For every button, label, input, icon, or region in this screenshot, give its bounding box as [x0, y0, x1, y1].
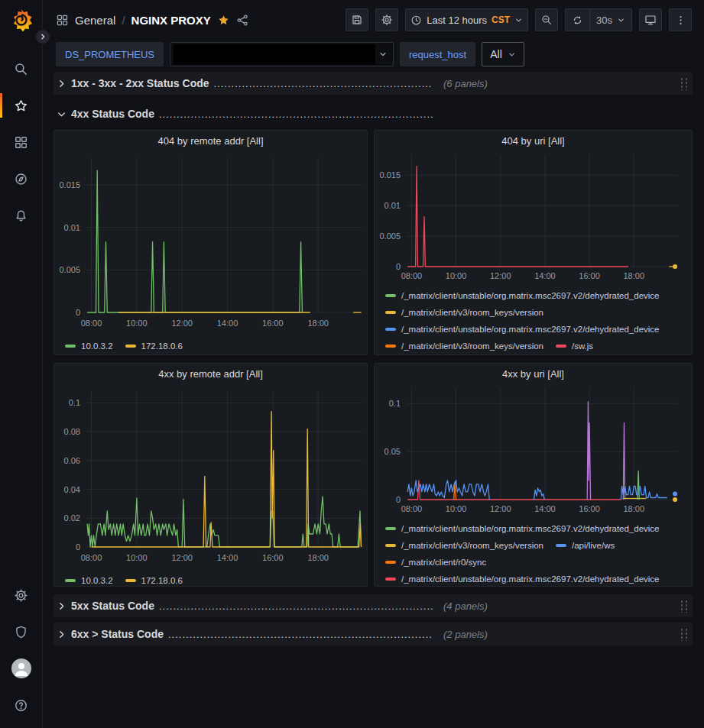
sidebar-item-starred[interactable]	[0, 87, 42, 124]
legend-item[interactable]: /_matrix/client/r0/sync	[385, 554, 486, 571]
svg-text:0.01: 0.01	[384, 201, 401, 210]
variable-label-ds-prometheus[interactable]: DS_PROMETHEUS	[56, 42, 164, 66]
variable-ds-value-select[interactable]	[170, 42, 394, 66]
svg-text:08:00: 08:00	[81, 553, 102, 562]
legend-label: /_matrix/client/unstable/org.matrix.msc2…	[401, 524, 660, 533]
timeseries-chart[interactable]: 08:0010:0012:0014:0016:0018:0000.050.1	[375, 383, 688, 519]
panel-title[interactable]: 4xx by remote addr [All]	[54, 364, 367, 383]
timeseries-chart[interactable]: 08:0010:0012:0014:0016:0018:0000.020.040…	[54, 383, 367, 571]
svg-text:08:00: 08:00	[401, 504, 423, 513]
compass-icon	[14, 172, 28, 186]
row-drag-handle[interactable]	[680, 600, 688, 613]
svg-text:0.04: 0.04	[64, 485, 80, 494]
grafana-logo-icon[interactable]	[9, 8, 34, 32]
more-options-button[interactable]	[669, 8, 692, 31]
settings-gear-icon	[381, 14, 393, 26]
sidebar-item-configuration[interactable]	[0, 577, 42, 613]
sidebar-item-profile[interactable]	[0, 650, 42, 687]
svg-text:0.06: 0.06	[64, 456, 80, 465]
panel-404-by-remote-addr: 404 by remote addr [All] 08:0010:0012:00…	[54, 130, 368, 355]
sidebar-item-search[interactable]	[0, 50, 42, 87]
legend-item[interactable]: /_matrix/client/unstable/org.matrix.msc2…	[385, 520, 660, 537]
svg-text:0: 0	[76, 308, 80, 317]
panel-4xx-by-remote-addr: 4xx by remote addr [All] 08:0010:0012:00…	[54, 363, 368, 587]
variable-label-request-host[interactable]: request_host	[400, 42, 475, 66]
legend-item[interactable]: /_matrix/client/unstable/org.matrix.msc2…	[385, 287, 660, 304]
sidebar-item-dashboards[interactable]	[0, 124, 42, 160]
dashboard-settings-button[interactable]	[375, 8, 398, 31]
timeseries-chart[interactable]: 08:0010:0012:0014:0016:0018:0000.0050.01…	[375, 150, 688, 286]
gear-icon	[14, 588, 28, 603]
refresh-interval-dropdown[interactable]: 30s	[589, 9, 631, 31]
clock-icon	[410, 15, 422, 26]
panel-legend: 10.0.3.2172.18.0.6	[54, 337, 367, 354]
svg-text:14:00: 14:00	[534, 504, 556, 513]
sidebar-item-alerting[interactable]	[0, 197, 42, 234]
refresh-button[interactable]	[566, 9, 589, 31]
panel-title[interactable]: 4xx by uri [All]	[375, 364, 692, 383]
svg-text:0.01: 0.01	[64, 223, 80, 232]
time-picker-button[interactable]: Last 12 hours CST	[405, 8, 528, 31]
legend-item[interactable]: 172.18.0.6	[125, 572, 183, 586]
row-4xx[interactable]: 4xx Status Code ........................…	[54, 102, 693, 125]
sidebar-item-explore[interactable]	[0, 160, 42, 197]
sidebar-item-help[interactable]	[0, 687, 42, 723]
legend-item[interactable]: /_matrix/client/v3/room_keys/version	[385, 338, 543, 354]
legend-item[interactable]: /api/live/ws	[556, 537, 615, 554]
panel-legend: /_matrix/client/unstable/org.matrix.msc2…	[375, 286, 692, 354]
avatar	[11, 658, 31, 678]
star-icon	[14, 99, 28, 113]
save-icon	[351, 14, 363, 26]
legend-label: /_matrix/client/unstable/org.matrix.msc2…	[401, 574, 660, 584]
svg-text:12:00: 12:00	[171, 319, 193, 328]
panel-4xx-by-uri: 4xx by uri [All] 08:0010:0012:0014:0016:…	[374, 363, 693, 587]
refresh-icon	[572, 15, 583, 26]
svg-text:12:00: 12:00	[490, 504, 511, 513]
panel-title[interactable]: 404 by uri [All]	[375, 131, 692, 150]
row-5xx[interactable]: 5xx Status Code ........................…	[54, 594, 693, 617]
legend-swatch	[385, 345, 396, 348]
row-6xx[interactable]: 6xx > Status Code ......................…	[54, 623, 693, 645]
zoom-out-button[interactable]	[535, 8, 558, 31]
row-dots: ........................................…	[159, 600, 433, 612]
legend-item[interactable]: 172.18.0.6	[125, 338, 183, 354]
svg-text:14:00: 14:00	[217, 319, 238, 328]
timezone-label: CST	[492, 15, 510, 25]
legend-item[interactable]: /_matrix/client/unstable/org.matrix.msc2…	[385, 321, 660, 338]
svg-text:10:00: 10:00	[126, 553, 148, 562]
save-dashboard-button[interactable]	[346, 8, 368, 31]
legend-item[interactable]: /_matrix/client/v3/room_keys/version	[385, 537, 543, 554]
dashboard-title[interactable]: NGINX PROXY	[131, 14, 211, 27]
toolbar: Last 12 hours CST 30s	[346, 8, 692, 31]
row-1xx-3xx-2xx[interactable]: 1xx - 3xx - 2xx Status Code ............…	[54, 72, 693, 95]
legend-item[interactable]: /_matrix/client/unstable/org.matrix.msc2…	[385, 571, 660, 586]
svg-text:16:00: 16:00	[579, 271, 600, 280]
svg-text:16:00: 16:00	[262, 553, 284, 562]
sidebar-nav	[0, 50, 42, 234]
share-icon[interactable]	[236, 14, 249, 27]
sidebar-item-server-admin[interactable]	[0, 613, 42, 650]
svg-text:0.1: 0.1	[389, 399, 401, 408]
legend-swatch	[385, 578, 396, 581]
legend-label: /_matrix/client/r0/sync	[401, 558, 486, 567]
caret-down-icon	[514, 16, 523, 24]
svg-text:0.005: 0.005	[379, 231, 401, 241]
row-drag-handle[interactable]	[680, 628, 688, 641]
breadcrumb-folder[interactable]: General	[75, 14, 115, 27]
legend-swatch	[385, 328, 396, 331]
help-icon	[14, 698, 28, 713]
caret-down-icon	[617, 16, 625, 24]
sidebar-expand-button[interactable]	[34, 28, 51, 45]
tv-mode-button[interactable]	[639, 8, 662, 31]
row-drag-handle[interactable]	[680, 77, 688, 90]
timeseries-chart[interactable]: 08:0010:0012:0014:0016:0018:0000.0050.01…	[54, 150, 367, 337]
legend-label: /_matrix/client/v3/room_keys/version	[401, 541, 543, 550]
variable-request-host-select[interactable]: All	[482, 42, 524, 66]
legend-item[interactable]: /sw.js	[556, 338, 593, 354]
legend-item[interactable]: 10.0.3.2	[65, 338, 113, 354]
favorite-star-icon[interactable]	[217, 14, 230, 27]
legend-item[interactable]: 10.0.3.2	[65, 572, 113, 586]
panel-title[interactable]: 404 by remote addr [All]	[54, 131, 367, 150]
legend-item[interactable]: /_matrix/client/v3/room_keys/version	[385, 304, 543, 321]
legend-label: /_matrix/client/v3/room_keys/version	[401, 308, 543, 317]
